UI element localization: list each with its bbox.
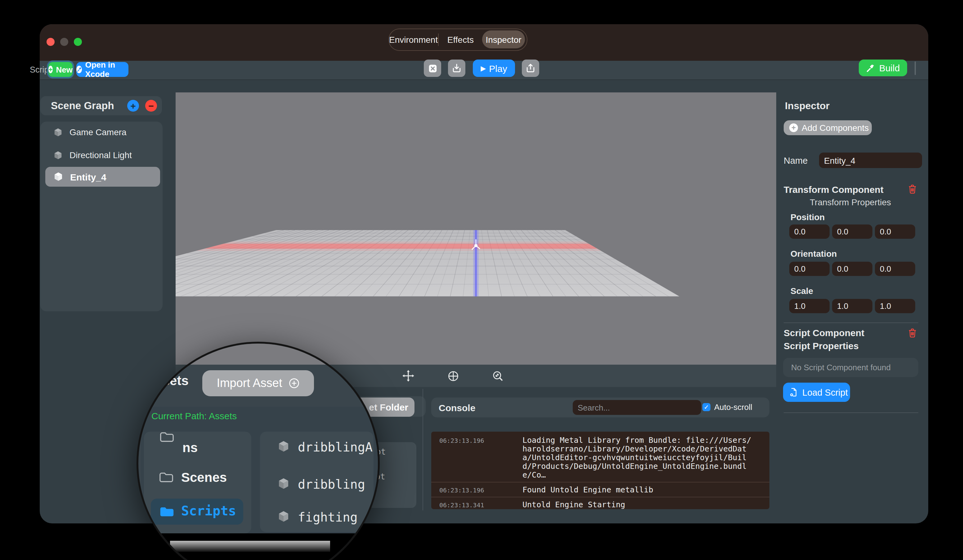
- folder-icon: [159, 471, 174, 483]
- section-divider: [784, 413, 918, 413]
- position-z-field[interactable]: 0.0: [875, 225, 915, 239]
- position-x-field[interactable]: 0.0: [789, 225, 830, 239]
- scene-graph-list: Game Camera Directional Light Entity_4: [41, 121, 162, 311]
- viewport-ground-grid: [176, 92, 776, 365]
- scene-graph-title: Scene Graph: [51, 100, 114, 112]
- zoom-window-button[interactable]: [73, 38, 82, 46]
- transform-properties-subtitle: Transform Properties: [784, 197, 917, 207]
- scene-item-entity-4[interactable]: Entity_4: [45, 167, 160, 187]
- play-label: Play: [489, 63, 507, 73]
- tab-inspector[interactable]: Inspector: [482, 31, 525, 49]
- autoscroll-label: Auto-scroll: [714, 403, 752, 412]
- orientation-z-field[interactable]: 0.0: [875, 262, 915, 276]
- add-entity-button[interactable]: +: [127, 100, 139, 112]
- hammer-icon: [866, 63, 875, 72]
- scene-item-directional-light[interactable]: Directional Light: [45, 146, 158, 164]
- x-axis-line: [176, 244, 703, 249]
- log-message: Untold Engine Starting: [522, 500, 751, 509]
- download-tray-icon: [452, 63, 462, 73]
- scale-z-field[interactable]: 1.0: [875, 299, 915, 313]
- zoom-tool-icon[interactable]: [492, 370, 504, 382]
- build-button[interactable]: Build: [859, 60, 907, 76]
- folder-open-icon: [159, 505, 175, 518]
- search-placeholder: Search...: [578, 403, 610, 412]
- check-icon: ✓: [704, 404, 709, 411]
- scene-graph-header: Scene Graph + −: [41, 96, 162, 115]
- open-in-xcode-label: Open in Xcode: [85, 60, 128, 79]
- clear-button[interactable]: [424, 60, 441, 77]
- play-button[interactable]: ▶ Play: [473, 60, 515, 77]
- share-button[interactable]: [522, 60, 539, 77]
- console-entry: 06:23:13.341 Untold Engine Starting: [431, 497, 769, 509]
- log-message: Loading Metal Library from Bundle: file:…: [522, 436, 751, 479]
- plus-circle-icon: +: [49, 66, 53, 73]
- add-components-button[interactable]: + Add Components: [784, 120, 872, 135]
- cube-icon: [277, 510, 290, 523]
- new-script-button[interactable]: + New: [49, 62, 73, 77]
- log-timestamp: 06:23:13.341: [439, 500, 479, 509]
- scene-item-label: Directional Light: [70, 150, 132, 160]
- minimize-window-button[interactable]: [60, 38, 68, 46]
- remove-entity-button[interactable]: −: [145, 100, 157, 112]
- position-y-field[interactable]: 0.0: [832, 225, 872, 239]
- open-in-xcode-button[interactable]: Open in Xcode: [76, 62, 128, 77]
- tab-effects[interactable]: Effects: [438, 35, 482, 45]
- orientation-label: Orientation: [791, 249, 837, 259]
- cube-icon: [277, 477, 290, 490]
- orientation-x-field[interactable]: 0.0: [789, 262, 830, 276]
- no-script-message: No Script Component found: [791, 363, 891, 372]
- autoscroll-checkbox[interactable]: ✓: [702, 403, 710, 411]
- orientation-x-value: 0.0: [794, 264, 806, 274]
- scene-item-label: Entity_4: [70, 172, 106, 182]
- cube-icon: [277, 440, 290, 453]
- build-label: Build: [879, 63, 900, 73]
- scale-y-field[interactable]: 1.0: [832, 299, 872, 313]
- orientation-z-value: 0.0: [880, 264, 891, 274]
- orbit-tool-icon[interactable]: [447, 370, 459, 382]
- import-button[interactable]: [448, 60, 465, 77]
- folder-item-animations[interactable]: ns: [182, 440, 198, 455]
- console-entry: 06:23:13.196 Loading Metal Library from …: [431, 433, 769, 482]
- console-header: Console Search... ✓ Auto-scroll: [431, 398, 769, 418]
- scale-z-value: 1.0: [880, 301, 891, 311]
- log-message: Found Untold Engine metallib: [522, 486, 751, 494]
- viewport-3d[interactable]: [176, 92, 776, 365]
- console-title: Console: [439, 402, 475, 413]
- plus-icon: +: [130, 100, 136, 111]
- ground-plane: [176, 230, 679, 296]
- asset-folder-button-label: et Folder: [369, 402, 408, 413]
- bottom-pane-divider[interactable]: [423, 389, 423, 510]
- orientation-y-field[interactable]: 0.0: [832, 262, 872, 276]
- scene-item-game-camera[interactable]: Game Camera: [45, 123, 158, 141]
- folder-item-scripts[interactable]: Scripts: [181, 503, 236, 518]
- scale-x-field[interactable]: 1.0: [789, 299, 830, 313]
- cube-icon: [54, 151, 63, 160]
- position-x-value: 0.0: [794, 227, 806, 236]
- toolbar-splitter[interactable]: [914, 62, 916, 75]
- import-asset-label: Import Asset: [217, 376, 282, 390]
- minus-icon: −: [148, 100, 154, 111]
- console-search-input[interactable]: Search...: [573, 400, 701, 415]
- file-item[interactable]: dribblingA: [298, 440, 373, 455]
- position-y-value: 0.0: [837, 227, 848, 236]
- play-icon: ▶: [481, 64, 486, 72]
- move-tool-icon[interactable]: [402, 370, 415, 382]
- share-icon: [525, 63, 535, 73]
- scale-x-value: 1.0: [794, 301, 806, 311]
- delete-script-trash-icon[interactable]: [908, 328, 916, 338]
- load-script-button[interactable]: Load Script: [783, 383, 850, 402]
- name-label: Name: [784, 155, 807, 165]
- import-asset-button[interactable]: Import Asset: [202, 370, 314, 396]
- file-item[interactable]: dribbling: [298, 477, 365, 492]
- close-window-button[interactable]: [46, 38, 54, 46]
- loupe-window-edge-fragment: [170, 541, 330, 552]
- script-properties-subtitle: Script Properties: [784, 340, 859, 351]
- folder-item-scenes[interactable]: Scenes: [181, 470, 227, 485]
- console-log[interactable]: 06:23:13.196 Loading Metal Library from …: [431, 432, 769, 509]
- cube-icon: [54, 172, 63, 182]
- delete-transform-trash-icon[interactable]: [908, 184, 916, 194]
- tab-environment[interactable]: Environment: [389, 35, 438, 45]
- entity-name-input[interactable]: Entity_4: [819, 152, 922, 168]
- file-item[interactable]: fighting: [298, 510, 358, 524]
- scale-label: Scale: [791, 286, 813, 296]
